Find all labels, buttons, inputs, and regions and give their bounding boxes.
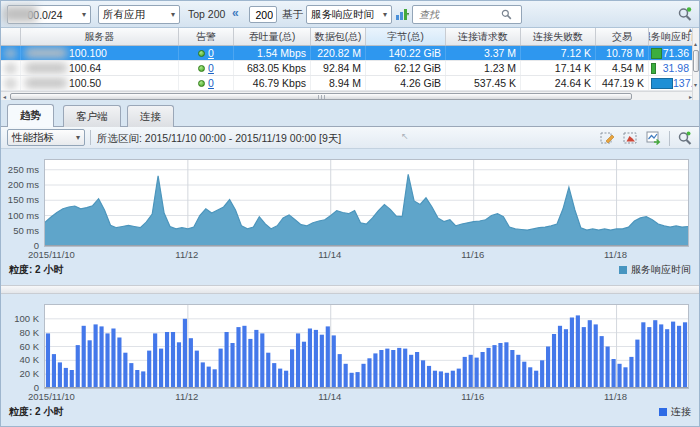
alarm-cell: 0 [179, 76, 234, 90]
horizontal-scrollbar[interactable]: ◂ ▸ [1, 91, 694, 100]
connections-bar-chart[interactable] [44, 304, 689, 389]
legend-label: 服务响应时间 [631, 263, 691, 277]
x-axis-tick-label: 11/16 [433, 391, 513, 402]
y-axis-tick-label: 250 ms [1, 164, 39, 175]
legend-label: 连接 [671, 405, 691, 419]
vertical-scrollbar[interactable]: ▴ ▾ [692, 28, 699, 100]
y-axis-tick-label: 150 ms [1, 194, 39, 205]
server-cell: 100.100 [21, 46, 179, 60]
alarm-status-icon [198, 80, 205, 87]
alarm-count-link[interactable]: 0 [208, 77, 214, 89]
scroll-up-icon[interactable]: ▴ [694, 40, 697, 49]
response-time-cell: 31.98 [649, 61, 694, 75]
search-input[interactable] [417, 8, 501, 21]
column-header-packets[interactable]: 数据包(总) [311, 28, 366, 45]
search-icon[interactable] [501, 9, 512, 20]
tab-clients[interactable]: 客户端 [63, 105, 121, 127]
alarm-status-icon [198, 50, 205, 57]
metric-type-select[interactable]: 性能指标 ▾ [7, 129, 85, 146]
table-row[interactable]: 100.50 0 46.79 Kbps 8.94 M 4.26 GiB 537.… [1, 76, 694, 91]
response-time-cell: 71.36 [649, 46, 694, 60]
tab-trend[interactable]: 趋势 [7, 104, 54, 127]
index-column-header[interactable] [1, 28, 21, 45]
cursor-hint-icon: ↖ [401, 131, 409, 141]
y-axis-tick-label: 40 K [1, 354, 39, 365]
top-count-input[interactable] [249, 6, 277, 23]
selected-range-label: 所选区间: 2015/11/10 00:00 - 2015/11/19 00:0… [97, 132, 341, 146]
column-header-response-time[interactable]: 服务响应时间 ▴ [649, 28, 694, 45]
column-header-conn-requests[interactable]: 连接请求数 [446, 28, 521, 45]
chart-legend: 服务响应时间 [619, 263, 691, 277]
x-axis-tick-label: 11/18 [576, 391, 656, 402]
alarm-cell: 0 [179, 61, 234, 75]
metric-select[interactable]: 服务响应时间 ▾ [306, 5, 392, 24]
server-cell: 100.64 [21, 61, 179, 75]
column-header-server[interactable]: 服务器 [21, 28, 179, 45]
application-select[interactable]: 所有应用 ▾ [98, 5, 180, 24]
edit-selection-icon[interactable] [600, 130, 616, 146]
redacted-network-prefix [3, 6, 37, 22]
alarm-cell: 0 [179, 46, 234, 60]
zoom-selection-icon[interactable] [677, 130, 693, 146]
scrollbar-thumb[interactable] [693, 50, 699, 72]
y-axis-tick-label: 60 K [1, 341, 39, 352]
table-row[interactable]: 100.100 0 1.54 Mbps 220.82 M 140.22 GiB … [1, 46, 694, 61]
column-header-conn-failures[interactable]: 连接失败数 [521, 28, 596, 45]
x-axis-tick-label: 11/12 [147, 249, 227, 260]
x-axis-tick-label: 11/14 [290, 391, 370, 402]
legend-swatch [619, 266, 627, 274]
scroll-down-icon[interactable]: ▾ [694, 81, 697, 90]
granularity-label: 粒度: 2 小时 [9, 263, 63, 277]
column-header-transactions[interactable]: 交易 [596, 28, 649, 45]
legend-swatch [659, 408, 667, 416]
response-time-bar [651, 48, 662, 59]
granularity-label: 粒度: 2 小时 [9, 405, 63, 419]
netflow-monitor-window: 00.0/24 ▾ 所有应用 ▾ Top 200 « 基于 服务响应时间 ▾ [0, 0, 700, 427]
export-chart-icon[interactable] [646, 130, 662, 146]
chevron-down-icon: ▾ [167, 10, 175, 19]
column-header-bytes[interactable]: 字节(总) [366, 28, 446, 45]
region-selection-icon[interactable] [623, 130, 639, 146]
x-axis-tick-label: 11/12 [147, 391, 227, 402]
y-axis-tick-label: 50 ms [1, 225, 39, 236]
sort-icon[interactable] [395, 7, 410, 22]
y-axis-tick-label: 20 K [1, 368, 39, 379]
response-time-bar [651, 78, 673, 89]
column-header-throughput[interactable]: 吞吐量(总) [234, 28, 311, 45]
y-axis-tick-label: 100 ms [1, 210, 39, 221]
chevron-down-icon: ▾ [379, 10, 387, 19]
table-header-row: 服务器 告警 吞吐量(总) 数据包(总) 字节(总) 连接请求数 连接失败数 交… [1, 28, 694, 46]
y-axis-tick-label: 100 K [1, 313, 39, 324]
chevron-down-icon: ▾ [72, 133, 80, 142]
basis-label: 基于 [282, 8, 303, 22]
alarm-count-link[interactable]: 0 [208, 62, 214, 74]
column-header-alarm[interactable]: 告警 [179, 28, 234, 45]
chevron-down-icon: ▾ [78, 10, 86, 19]
x-axis-tick-label: 11/18 [576, 249, 656, 260]
table-row[interactable]: 100.64 0 683.05 Kbps 92.84 M 62.12 GiB 1… [1, 61, 694, 76]
scrollbar-thumb[interactable] [10, 93, 632, 100]
chart-toolbar: 性能指标 ▾ 所选区间: 2015/11/10 00:00 - 2015/11/… [1, 127, 699, 149]
top-label: Top 200 [188, 8, 225, 20]
y-axis-tick-label: 80 K [1, 327, 39, 338]
x-axis-tick-label: 11/14 [290, 249, 370, 260]
alarm-status-icon [198, 65, 205, 72]
tab-connections[interactable]: 连接 [127, 105, 174, 127]
x-axis-tick-label: 2015/11/10 [28, 249, 108, 260]
locate-search-icon[interactable] [677, 6, 693, 22]
response-time-bar [651, 63, 656, 74]
x-axis-tick-label: 11/16 [433, 249, 513, 260]
server-table: 服务器 告警 吞吐量(总) 数据包(总) 字节(总) 连接请求数 连接失败数 交… [1, 28, 694, 91]
response-time-cell: 137.76 [649, 76, 694, 90]
collapse-button[interactable]: « [232, 6, 239, 20]
tab-strip: 趋势 客户端 连接 [1, 100, 699, 127]
response-time-area-chart[interactable] [44, 159, 689, 247]
chart-legend: 连接 [659, 405, 691, 419]
x-axis-tick-label: 2015/11/10 [28, 391, 108, 402]
alarm-count-link[interactable]: 0 [208, 47, 214, 59]
y-axis-tick-label: 200 ms [1, 179, 39, 190]
top-toolbar: 00.0/24 ▾ 所有应用 ▾ Top 200 « 基于 服务响应时间 ▾ [1, 1, 699, 28]
server-cell: 100.50 [21, 76, 179, 90]
chart-splitter[interactable] [1, 285, 699, 294]
search-box [412, 5, 522, 24]
